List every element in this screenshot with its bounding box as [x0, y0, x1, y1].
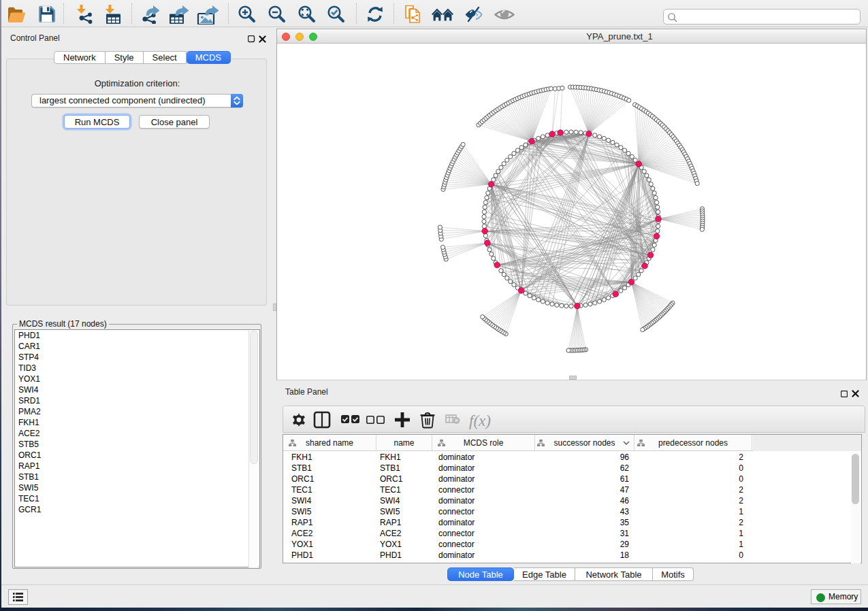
svg-text:f(x): f(x): [469, 412, 491, 429]
